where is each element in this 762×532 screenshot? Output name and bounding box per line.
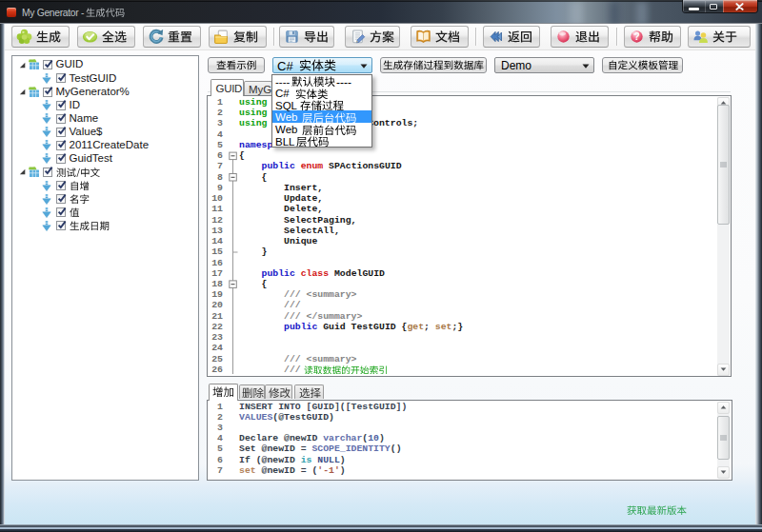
svg-text:?: ? [633, 31, 639, 42]
